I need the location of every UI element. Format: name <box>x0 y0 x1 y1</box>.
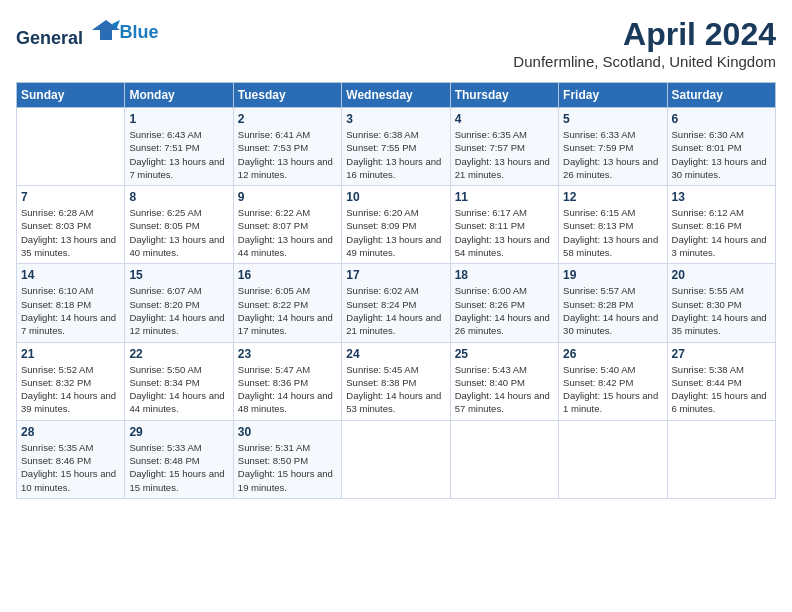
calendar-cell: 9Sunrise: 6:22 AMSunset: 8:07 PMDaylight… <box>233 186 341 264</box>
calendar-cell: 26Sunrise: 5:40 AMSunset: 8:42 PMDayligh… <box>559 342 667 420</box>
day-number: 13 <box>672 190 771 204</box>
day-number: 8 <box>129 190 228 204</box>
calendar-cell: 13Sunrise: 6:12 AMSunset: 8:16 PMDayligh… <box>667 186 775 264</box>
day-info: Sunrise: 6:12 AMSunset: 8:16 PMDaylight:… <box>672 206 771 259</box>
day-number: 23 <box>238 347 337 361</box>
day-info: Sunrise: 5:47 AMSunset: 8:36 PMDaylight:… <box>238 363 337 416</box>
day-number: 22 <box>129 347 228 361</box>
day-number: 26 <box>563 347 662 361</box>
calendar-cell: 10Sunrise: 6:20 AMSunset: 8:09 PMDayligh… <box>342 186 450 264</box>
weekday-header-sunday: Sunday <box>17 83 125 108</box>
calendar-cell: 30Sunrise: 5:31 AMSunset: 8:50 PMDayligh… <box>233 420 341 498</box>
day-number: 20 <box>672 268 771 282</box>
day-info: Sunrise: 6:20 AMSunset: 8:09 PMDaylight:… <box>346 206 445 259</box>
calendar-cell: 27Sunrise: 5:38 AMSunset: 8:44 PMDayligh… <box>667 342 775 420</box>
day-info: Sunrise: 5:31 AMSunset: 8:50 PMDaylight:… <box>238 441 337 494</box>
calendar-cell <box>667 420 775 498</box>
day-number: 12 <box>563 190 662 204</box>
calendar-cell: 7Sunrise: 6:28 AMSunset: 8:03 PMDaylight… <box>17 186 125 264</box>
day-info: Sunrise: 6:10 AMSunset: 8:18 PMDaylight:… <box>21 284 120 337</box>
page-header: General Blue April 2024 Dunfermline, Sco… <box>16 16 776 70</box>
calendar-cell: 21Sunrise: 5:52 AMSunset: 8:32 PMDayligh… <box>17 342 125 420</box>
day-info: Sunrise: 5:50 AMSunset: 8:34 PMDaylight:… <box>129 363 228 416</box>
day-number: 11 <box>455 190 554 204</box>
calendar-cell: 29Sunrise: 5:33 AMSunset: 8:48 PMDayligh… <box>125 420 233 498</box>
location-subtitle: Dunfermline, Scotland, United Kingdom <box>513 53 776 70</box>
calendar-cell: 4Sunrise: 6:35 AMSunset: 7:57 PMDaylight… <box>450 108 558 186</box>
calendar-table: SundayMondayTuesdayWednesdayThursdayFrid… <box>16 82 776 499</box>
calendar-cell: 28Sunrise: 5:35 AMSunset: 8:46 PMDayligh… <box>17 420 125 498</box>
day-number: 17 <box>346 268 445 282</box>
calendar-cell: 24Sunrise: 5:45 AMSunset: 8:38 PMDayligh… <box>342 342 450 420</box>
calendar-cell: 1Sunrise: 6:43 AMSunset: 7:51 PMDaylight… <box>125 108 233 186</box>
calendar-cell: 22Sunrise: 5:50 AMSunset: 8:34 PMDayligh… <box>125 342 233 420</box>
weekday-header-saturday: Saturday <box>667 83 775 108</box>
day-info: Sunrise: 6:05 AMSunset: 8:22 PMDaylight:… <box>238 284 337 337</box>
logo-blue: Blue <box>120 22 159 42</box>
day-number: 25 <box>455 347 554 361</box>
day-number: 18 <box>455 268 554 282</box>
weekday-header-wednesday: Wednesday <box>342 83 450 108</box>
day-number: 6 <box>672 112 771 126</box>
weekday-header-thursday: Thursday <box>450 83 558 108</box>
day-info: Sunrise: 6:17 AMSunset: 8:11 PMDaylight:… <box>455 206 554 259</box>
day-number: 29 <box>129 425 228 439</box>
weekday-header-friday: Friday <box>559 83 667 108</box>
calendar-cell <box>450 420 558 498</box>
day-number: 28 <box>21 425 120 439</box>
day-info: Sunrise: 6:38 AMSunset: 7:55 PMDaylight:… <box>346 128 445 181</box>
day-info: Sunrise: 5:35 AMSunset: 8:46 PMDaylight:… <box>21 441 120 494</box>
day-info: Sunrise: 5:52 AMSunset: 8:32 PMDaylight:… <box>21 363 120 416</box>
calendar-cell: 3Sunrise: 6:38 AMSunset: 7:55 PMDaylight… <box>342 108 450 186</box>
calendar-cell <box>559 420 667 498</box>
logo-bird-icon <box>92 16 120 44</box>
day-number: 24 <box>346 347 445 361</box>
calendar-cell: 11Sunrise: 6:17 AMSunset: 8:11 PMDayligh… <box>450 186 558 264</box>
calendar-cell: 14Sunrise: 6:10 AMSunset: 8:18 PMDayligh… <box>17 264 125 342</box>
month-title: April 2024 <box>513 16 776 53</box>
day-info: Sunrise: 5:40 AMSunset: 8:42 PMDaylight:… <box>563 363 662 416</box>
day-info: Sunrise: 6:33 AMSunset: 7:59 PMDaylight:… <box>563 128 662 181</box>
day-number: 21 <box>21 347 120 361</box>
day-info: Sunrise: 6:25 AMSunset: 8:05 PMDaylight:… <box>129 206 228 259</box>
calendar-cell: 15Sunrise: 6:07 AMSunset: 8:20 PMDayligh… <box>125 264 233 342</box>
calendar-cell: 17Sunrise: 6:02 AMSunset: 8:24 PMDayligh… <box>342 264 450 342</box>
weekday-header-monday: Monday <box>125 83 233 108</box>
day-number: 14 <box>21 268 120 282</box>
calendar-cell: 19Sunrise: 5:57 AMSunset: 8:28 PMDayligh… <box>559 264 667 342</box>
calendar-cell: 12Sunrise: 6:15 AMSunset: 8:13 PMDayligh… <box>559 186 667 264</box>
calendar-cell <box>17 108 125 186</box>
day-info: Sunrise: 5:57 AMSunset: 8:28 PMDaylight:… <box>563 284 662 337</box>
day-number: 2 <box>238 112 337 126</box>
day-info: Sunrise: 5:38 AMSunset: 8:44 PMDaylight:… <box>672 363 771 416</box>
calendar-cell: 2Sunrise: 6:41 AMSunset: 7:53 PMDaylight… <box>233 108 341 186</box>
calendar-cell: 16Sunrise: 6:05 AMSunset: 8:22 PMDayligh… <box>233 264 341 342</box>
day-number: 9 <box>238 190 337 204</box>
day-info: Sunrise: 5:33 AMSunset: 8:48 PMDaylight:… <box>129 441 228 494</box>
calendar-cell: 20Sunrise: 5:55 AMSunset: 8:30 PMDayligh… <box>667 264 775 342</box>
day-number: 3 <box>346 112 445 126</box>
day-number: 30 <box>238 425 337 439</box>
day-info: Sunrise: 6:41 AMSunset: 7:53 PMDaylight:… <box>238 128 337 181</box>
title-section: April 2024 Dunfermline, Scotland, United… <box>513 16 776 70</box>
day-info: Sunrise: 6:35 AMSunset: 7:57 PMDaylight:… <box>455 128 554 181</box>
day-info: Sunrise: 6:43 AMSunset: 7:51 PMDaylight:… <box>129 128 228 181</box>
day-number: 7 <box>21 190 120 204</box>
calendar-cell <box>342 420 450 498</box>
day-info: Sunrise: 5:45 AMSunset: 8:38 PMDaylight:… <box>346 363 445 416</box>
day-info: Sunrise: 6:15 AMSunset: 8:13 PMDaylight:… <box>563 206 662 259</box>
day-info: Sunrise: 5:55 AMSunset: 8:30 PMDaylight:… <box>672 284 771 337</box>
day-number: 27 <box>672 347 771 361</box>
calendar-cell: 5Sunrise: 6:33 AMSunset: 7:59 PMDaylight… <box>559 108 667 186</box>
weekday-header-tuesday: Tuesday <box>233 83 341 108</box>
day-info: Sunrise: 6:07 AMSunset: 8:20 PMDaylight:… <box>129 284 228 337</box>
calendar-cell: 23Sunrise: 5:47 AMSunset: 8:36 PMDayligh… <box>233 342 341 420</box>
calendar-cell: 25Sunrise: 5:43 AMSunset: 8:40 PMDayligh… <box>450 342 558 420</box>
day-info: Sunrise: 6:22 AMSunset: 8:07 PMDaylight:… <box>238 206 337 259</box>
calendar-cell: 18Sunrise: 6:00 AMSunset: 8:26 PMDayligh… <box>450 264 558 342</box>
calendar-cell: 6Sunrise: 6:30 AMSunset: 8:01 PMDaylight… <box>667 108 775 186</box>
day-info: Sunrise: 6:00 AMSunset: 8:26 PMDaylight:… <box>455 284 554 337</box>
day-info: Sunrise: 5:43 AMSunset: 8:40 PMDaylight:… <box>455 363 554 416</box>
day-number: 10 <box>346 190 445 204</box>
day-number: 16 <box>238 268 337 282</box>
